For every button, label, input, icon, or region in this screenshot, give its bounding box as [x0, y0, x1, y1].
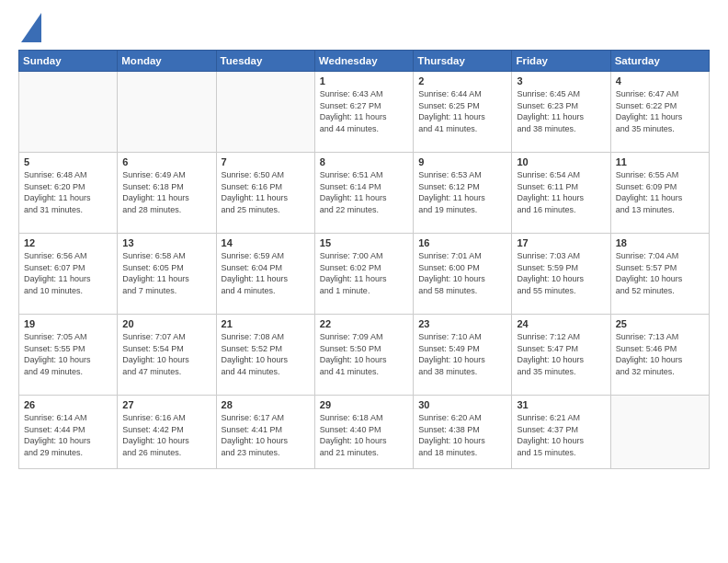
day-number: 8: [320, 156, 408, 167]
day-info: Sunrise: 6:44 AM Sunset: 6:25 PM Dayligh…: [418, 88, 506, 134]
calendar-cell: 24Sunrise: 7:12 AM Sunset: 5:47 PM Dayli…: [512, 315, 610, 396]
header: [18, 17, 710, 42]
calendar-cell: [216, 72, 314, 153]
day-number: 28: [222, 399, 310, 410]
day-number: 14: [222, 237, 310, 248]
day-info: Sunrise: 6:21 AM Sunset: 4:37 PM Dayligh…: [517, 412, 605, 458]
day-info: Sunrise: 6:56 AM Sunset: 6:07 PM Dayligh…: [24, 250, 112, 296]
weekday-header: Sunday: [19, 51, 118, 72]
weekday-header: Monday: [118, 51, 216, 72]
calendar-cell: 11Sunrise: 6:55 AM Sunset: 6:09 PM Dayli…: [610, 153, 709, 234]
calendar-cell: 17Sunrise: 7:03 AM Sunset: 5:59 PM Dayli…: [512, 234, 610, 315]
calendar-cell: 28Sunrise: 6:17 AM Sunset: 4:41 PM Dayli…: [216, 396, 314, 469]
day-info: Sunrise: 7:07 AM Sunset: 5:54 PM Dayligh…: [122, 331, 210, 377]
calendar-cell: 20Sunrise: 7:07 AM Sunset: 5:54 PM Dayli…: [118, 315, 216, 396]
calendar-week-row: 5Sunrise: 6:48 AM Sunset: 6:20 PM Daylig…: [19, 153, 710, 234]
day-info: Sunrise: 6:55 AM Sunset: 6:09 PM Dayligh…: [616, 169, 704, 215]
day-info: Sunrise: 7:08 AM Sunset: 5:52 PM Dayligh…: [222, 331, 310, 377]
day-info: Sunrise: 6:53 AM Sunset: 6:12 PM Dayligh…: [418, 169, 506, 215]
day-info: Sunrise: 6:51 AM Sunset: 6:14 PM Dayligh…: [320, 169, 408, 215]
calendar-cell: [118, 72, 216, 153]
day-info: Sunrise: 6:59 AM Sunset: 6:04 PM Dayligh…: [222, 250, 310, 296]
calendar-cell: 13Sunrise: 6:58 AM Sunset: 6:05 PM Dayli…: [118, 234, 216, 315]
calendar-cell: 31Sunrise: 6:21 AM Sunset: 4:37 PM Dayli…: [512, 396, 610, 469]
day-number: 6: [122, 156, 210, 167]
day-number: 7: [222, 156, 310, 167]
weekday-header: Tuesday: [216, 51, 314, 72]
day-number: 17: [517, 237, 605, 248]
calendar-cell: 15Sunrise: 7:00 AM Sunset: 6:02 PM Dayli…: [314, 234, 413, 315]
day-info: Sunrise: 7:00 AM Sunset: 6:02 PM Dayligh…: [320, 250, 408, 296]
calendar-week-row: 26Sunrise: 6:14 AM Sunset: 4:44 PM Dayli…: [19, 396, 710, 469]
calendar-cell: 27Sunrise: 6:16 AM Sunset: 4:42 PM Dayli…: [118, 396, 216, 469]
day-info: Sunrise: 7:04 AM Sunset: 5:57 PM Dayligh…: [616, 250, 704, 296]
day-info: Sunrise: 6:58 AM Sunset: 6:05 PM Dayligh…: [122, 250, 210, 296]
day-number: 31: [517, 399, 605, 410]
calendar-cell: 29Sunrise: 6:18 AM Sunset: 4:40 PM Dayli…: [314, 396, 413, 469]
day-number: 25: [616, 318, 704, 329]
day-info: Sunrise: 6:49 AM Sunset: 6:18 PM Dayligh…: [122, 169, 210, 215]
calendar-cell: 18Sunrise: 7:04 AM Sunset: 5:57 PM Dayli…: [610, 234, 709, 315]
calendar-cell: 12Sunrise: 6:56 AM Sunset: 6:07 PM Dayli…: [19, 234, 118, 315]
day-info: Sunrise: 6:16 AM Sunset: 4:42 PM Dayligh…: [122, 412, 210, 458]
day-info: Sunrise: 6:50 AM Sunset: 6:16 PM Dayligh…: [222, 169, 310, 215]
page: SundayMondayTuesdayWednesdayThursdayFrid…: [0, 0, 728, 563]
weekday-header: Thursday: [414, 51, 512, 72]
day-info: Sunrise: 6:18 AM Sunset: 4:40 PM Dayligh…: [320, 412, 408, 458]
day-info: Sunrise: 6:17 AM Sunset: 4:41 PM Dayligh…: [222, 412, 310, 458]
day-number: 16: [418, 237, 506, 248]
day-number: 5: [24, 156, 112, 167]
weekday-header-row: SundayMondayTuesdayWednesdayThursdayFrid…: [19, 51, 710, 72]
day-number: 9: [418, 156, 506, 167]
day-number: 1: [320, 75, 408, 86]
calendar-week-row: 19Sunrise: 7:05 AM Sunset: 5:55 PM Dayli…: [19, 315, 710, 396]
calendar-cell: 26Sunrise: 6:14 AM Sunset: 4:44 PM Dayli…: [19, 396, 118, 469]
calendar-cell: 2Sunrise: 6:44 AM Sunset: 6:25 PM Daylig…: [414, 72, 512, 153]
calendar-cell: 14Sunrise: 6:59 AM Sunset: 6:04 PM Dayli…: [216, 234, 314, 315]
day-number: 20: [122, 318, 210, 329]
logo: [18, 17, 41, 42]
day-number: 27: [122, 399, 210, 410]
calendar-cell: 23Sunrise: 7:10 AM Sunset: 5:49 PM Dayli…: [414, 315, 512, 396]
day-info: Sunrise: 6:48 AM Sunset: 6:20 PM Dayligh…: [24, 169, 112, 215]
day-number: 29: [320, 399, 408, 410]
calendar-week-row: 1Sunrise: 6:43 AM Sunset: 6:27 PM Daylig…: [19, 72, 710, 153]
day-info: Sunrise: 6:54 AM Sunset: 6:11 PM Dayligh…: [517, 169, 605, 215]
weekday-header: Wednesday: [314, 51, 413, 72]
day-number: 3: [517, 75, 605, 86]
day-number: 11: [616, 156, 704, 167]
day-number: 2: [418, 75, 506, 86]
calendar-cell: 22Sunrise: 7:09 AM Sunset: 5:50 PM Dayli…: [314, 315, 413, 396]
day-info: Sunrise: 7:05 AM Sunset: 5:55 PM Dayligh…: [24, 331, 112, 377]
calendar-cell: 16Sunrise: 7:01 AM Sunset: 6:00 PM Dayli…: [414, 234, 512, 315]
calendar-cell: 6Sunrise: 6:49 AM Sunset: 6:18 PM Daylig…: [118, 153, 216, 234]
calendar-cell: 30Sunrise: 6:20 AM Sunset: 4:38 PM Dayli…: [414, 396, 512, 469]
calendar-cell: [19, 72, 118, 153]
calendar-cell: 10Sunrise: 6:54 AM Sunset: 6:11 PM Dayli…: [512, 153, 610, 234]
day-number: 22: [320, 318, 408, 329]
calendar-cell: [610, 396, 709, 469]
calendar-cell: 9Sunrise: 6:53 AM Sunset: 6:12 PM Daylig…: [414, 153, 512, 234]
day-number: 19: [24, 318, 112, 329]
day-number: 10: [517, 156, 605, 167]
day-info: Sunrise: 7:03 AM Sunset: 5:59 PM Dayligh…: [517, 250, 605, 296]
day-number: 21: [222, 318, 310, 329]
calendar-table: SundayMondayTuesdayWednesdayThursdayFrid…: [18, 50, 710, 469]
day-number: 15: [320, 237, 408, 248]
calendar-cell: 1Sunrise: 6:43 AM Sunset: 6:27 PM Daylig…: [314, 72, 413, 153]
day-number: 26: [24, 399, 112, 410]
calendar-cell: 25Sunrise: 7:13 AM Sunset: 5:46 PM Dayli…: [610, 315, 709, 396]
day-number: 30: [418, 399, 506, 410]
day-info: Sunrise: 6:45 AM Sunset: 6:23 PM Dayligh…: [517, 88, 605, 134]
day-number: 18: [616, 237, 704, 248]
day-info: Sunrise: 6:43 AM Sunset: 6:27 PM Dayligh…: [320, 88, 408, 134]
day-number: 12: [24, 237, 112, 248]
calendar-cell: 3Sunrise: 6:45 AM Sunset: 6:23 PM Daylig…: [512, 72, 610, 153]
calendar-cell: 4Sunrise: 6:47 AM Sunset: 6:22 PM Daylig…: [610, 72, 709, 153]
calendar-cell: 21Sunrise: 7:08 AM Sunset: 5:52 PM Dayli…: [216, 315, 314, 396]
weekday-header: Saturday: [610, 51, 709, 72]
day-info: Sunrise: 7:01 AM Sunset: 6:00 PM Dayligh…: [418, 250, 506, 296]
svg-marker-0: [21, 13, 41, 42]
day-info: Sunrise: 7:10 AM Sunset: 5:49 PM Dayligh…: [418, 331, 506, 377]
weekday-header: Friday: [512, 51, 610, 72]
